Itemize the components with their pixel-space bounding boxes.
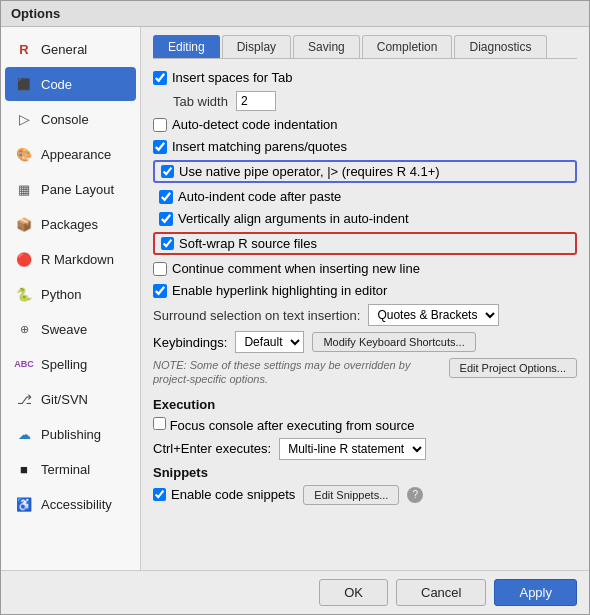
soft-wrap-checkbox[interactable]: [161, 237, 174, 250]
sidebar-item-r-markdown[interactable]: 🔴 R Markdown: [5, 242, 136, 276]
snippets-header: Snippets: [153, 465, 577, 480]
sidebar-label-r-markdown: R Markdown: [41, 252, 114, 267]
insert-matching-row: Insert matching parens/quotes: [153, 138, 577, 155]
tab-display[interactable]: Display: [222, 35, 291, 58]
sidebar-label-spelling: Spelling: [41, 357, 87, 372]
terminal-icon: ■: [13, 458, 35, 480]
sidebar-item-general[interactable]: R General: [5, 32, 136, 66]
surround-row: Surround selection on text insertion: Qu…: [153, 304, 577, 326]
tab-completion[interactable]: Completion: [362, 35, 453, 58]
auto-indent-checkbox[interactable]: [159, 190, 173, 204]
sidebar-item-console[interactable]: ▷ Console: [5, 102, 136, 136]
ctrl-enter-dropdown[interactable]: Multi-line R statement Current line: [279, 438, 426, 460]
modify-keyboard-shortcuts-btn[interactable]: Modify Keyboard Shortcuts...: [312, 332, 475, 352]
cancel-button[interactable]: Cancel: [396, 579, 486, 606]
tab-width-label: Tab width: [173, 94, 228, 109]
focus-console-label[interactable]: Focus console after executing from sourc…: [153, 417, 415, 433]
execution-header: Execution: [153, 397, 577, 412]
tab-editing[interactable]: Editing: [153, 35, 220, 58]
ctrl-enter-row: Ctrl+Enter executes: Multi-line R statem…: [153, 438, 577, 460]
sidebar-item-accessibility[interactable]: ♿ Accessibility: [5, 487, 136, 521]
insert-spaces-row: Insert spaces for Tab: [153, 69, 577, 86]
surround-dropdown[interactable]: Quotes & Brackets None: [368, 304, 499, 326]
appearance-icon: 🎨: [13, 143, 35, 165]
git-svn-icon: ⎇: [13, 388, 35, 410]
sidebar-label-console: Console: [41, 112, 89, 127]
sidebar-item-git-svn[interactable]: ⎇ Git/SVN: [5, 382, 136, 416]
sidebar-item-pane-layout[interactable]: ▦ Pane Layout: [5, 172, 136, 206]
code-icon: ⬛: [13, 73, 35, 95]
editing-content: Insert spaces for Tab Tab width Auto-det…: [153, 69, 577, 562]
sidebar-label-packages: Packages: [41, 217, 98, 232]
sidebar-item-spelling[interactable]: ABC Spelling: [5, 347, 136, 381]
dialog-body: R General ⬛ Code ▷ Console 🎨 Appearance …: [1, 27, 589, 570]
tab-diagnostics[interactable]: Diagnostics: [454, 35, 546, 58]
tab-width-row: Tab width: [153, 91, 577, 111]
pane-layout-icon: ▦: [13, 178, 35, 200]
tab-bar: Editing Display Saving Completion Diagno…: [153, 35, 577, 59]
dialog-footer: OK Cancel Apply: [1, 570, 589, 614]
note-text: NOTE: Some of these settings may be over…: [153, 358, 410, 387]
auto-detect-label[interactable]: Auto-detect code indentation: [153, 117, 338, 132]
general-icon: R: [13, 38, 35, 60]
continue-comment-label[interactable]: Continue comment when inserting new line: [153, 261, 420, 276]
sidebar-label-accessibility: Accessibility: [41, 497, 112, 512]
spelling-icon: ABC: [13, 353, 35, 375]
enable-hyperlink-row: Enable hyperlink highlighting in editor: [153, 282, 577, 299]
sidebar-item-terminal[interactable]: ■ Terminal: [5, 452, 136, 486]
packages-icon: 📦: [13, 213, 35, 235]
enable-snippets-label[interactable]: Enable code snippets: [153, 487, 295, 502]
title-bar: Options: [1, 1, 589, 27]
keybindings-dropdown[interactable]: Default Vim Emacs: [235, 331, 304, 353]
sidebar-item-packages[interactable]: 📦 Packages: [5, 207, 136, 241]
console-icon: ▷: [13, 108, 35, 130]
soft-wrap-box: Soft-wrap R source files: [153, 232, 577, 255]
sidebar-item-python[interactable]: 🐍 Python: [5, 277, 136, 311]
tab-width-input[interactable]: [236, 91, 276, 111]
r-markdown-icon: 🔴: [13, 248, 35, 270]
options-dialog: Options R General ⬛ Code ▷ Console 🎨 App…: [0, 0, 590, 615]
sidebar-item-publishing[interactable]: ☁ Publishing: [5, 417, 136, 451]
auto-detect-checkbox[interactable]: [153, 118, 167, 132]
sidebar-item-sweave[interactable]: ⊕ Sweave: [5, 312, 136, 346]
focus-console-row: Focus console after executing from sourc…: [153, 417, 577, 433]
enable-hyperlink-checkbox[interactable]: [153, 284, 167, 298]
edit-project-options-btn[interactable]: Edit Project Options...: [449, 358, 577, 378]
native-pipe-box: Use native pipe operator, |> (requires R…: [153, 160, 577, 183]
insert-matching-checkbox[interactable]: [153, 140, 167, 154]
ctrl-enter-label: Ctrl+Enter executes:: [153, 441, 271, 456]
sidebar-label-git-svn: Git/SVN: [41, 392, 88, 407]
enable-hyperlink-label[interactable]: Enable hyperlink highlighting in editor: [153, 283, 387, 298]
sidebar-label-appearance: Appearance: [41, 147, 111, 162]
edit-snippets-btn[interactable]: Edit Snippets...: [303, 485, 399, 505]
python-icon: 🐍: [13, 283, 35, 305]
sidebar-label-code: Code: [41, 77, 72, 92]
native-pipe-checkbox[interactable]: [161, 165, 174, 178]
publishing-icon: ☁: [13, 423, 35, 445]
insert-spaces-label[interactable]: Insert spaces for Tab: [153, 70, 292, 85]
focus-console-checkbox[interactable]: [153, 417, 166, 430]
apply-button[interactable]: Apply: [494, 579, 577, 606]
sidebar-label-sweave: Sweave: [41, 322, 87, 337]
dialog-title: Options: [11, 6, 60, 21]
sidebar-item-appearance[interactable]: 🎨 Appearance: [5, 137, 136, 171]
sidebar-item-code[interactable]: ⬛ Code: [5, 67, 136, 101]
vertically-align-checkbox[interactable]: [159, 212, 173, 226]
help-icon[interactable]: ?: [407, 487, 423, 503]
main-content: Editing Display Saving Completion Diagno…: [141, 27, 589, 570]
continue-comment-checkbox[interactable]: [153, 262, 167, 276]
vertically-align-label[interactable]: Vertically align arguments in auto-inden…: [159, 211, 409, 226]
continue-comment-row: Continue comment when inserting new line: [153, 260, 577, 277]
insert-matching-label[interactable]: Insert matching parens/quotes: [153, 139, 347, 154]
auto-detect-row: Auto-detect code indentation: [153, 116, 577, 133]
insert-spaces-checkbox[interactable]: [153, 71, 167, 85]
keybindings-row: Keybindings: Default Vim Emacs Modify Ke…: [153, 331, 577, 353]
auto-indent-label[interactable]: Auto-indent code after paste: [159, 189, 341, 204]
auto-indent-row: Auto-indent code after paste: [153, 188, 577, 205]
enable-snippets-checkbox[interactable]: [153, 488, 166, 501]
ok-button[interactable]: OK: [319, 579, 388, 606]
sidebar-label-general: General: [41, 42, 87, 57]
sidebar-label-python: Python: [41, 287, 81, 302]
tab-saving[interactable]: Saving: [293, 35, 360, 58]
vertically-align-row: Vertically align arguments in auto-inden…: [153, 210, 577, 227]
